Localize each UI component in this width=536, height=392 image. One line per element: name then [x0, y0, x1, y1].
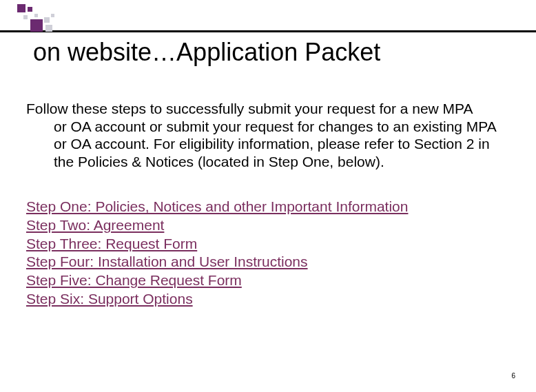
svg-rect-5 — [51, 14, 54, 17]
svg-rect-7 — [23, 15, 28, 19]
steps-list: Step One: Policies, Notices and other Im… — [26, 198, 510, 308]
list-item: Step Three: Request Form — [26, 235, 510, 254]
svg-rect-4 — [44, 17, 50, 23]
step-link-two[interactable]: Step Two: Agreement — [26, 217, 164, 233]
svg-rect-8 — [34, 14, 38, 17]
description-paragraph: Follow these steps to successfully submi… — [26, 100, 510, 170]
svg-rect-2 — [28, 7, 32, 12]
svg-rect-6 — [45, 25, 52, 32]
list-item: Step Six: Support Options — [26, 290, 510, 309]
step-link-six[interactable]: Step Six: Support Options — [26, 291, 193, 307]
list-item: Step Four: Installation and User Instruc… — [26, 253, 510, 271]
step-link-three[interactable]: Step Three: Request Form — [26, 236, 197, 251]
list-item: Step Two: Agreement — [26, 216, 510, 235]
decoration-svg — [0, 0, 536, 34]
page-number: 6 — [511, 372, 515, 380]
svg-rect-1 — [17, 4, 25, 12]
list-item: Step One: Policies, Notices and other Im… — [26, 198, 510, 216]
page-title: on website…Application Packet — [33, 38, 510, 67]
step-link-four[interactable]: Step Four: Installation and User Instruc… — [26, 254, 308, 269]
slide-content: on website…Application Packet Follow the… — [26, 38, 510, 308]
svg-rect-3 — [30, 19, 43, 32]
list-item: Step Five: Change Request Form — [26, 271, 510, 290]
description-rest: or OA account or submit your request for… — [26, 118, 510, 171]
slide-decoration — [0, 0, 536, 34]
svg-rect-0 — [0, 30, 536, 32]
step-link-five[interactable]: Step Five: Change Request Form — [26, 272, 242, 288]
step-link-one[interactable]: Step One: Policies, Notices and other Im… — [26, 198, 408, 214]
description-first-line: Follow these steps to successfully submi… — [26, 101, 473, 116]
